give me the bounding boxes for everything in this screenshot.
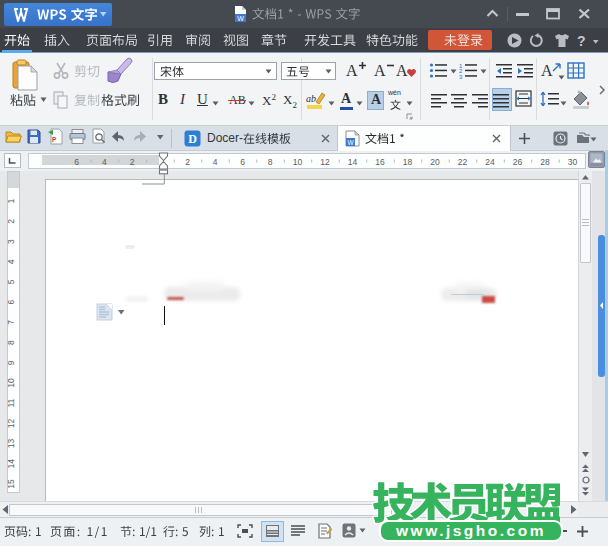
svg-text:P: P <box>52 136 57 143</box>
svg-text:3: 3 <box>459 74 463 80</box>
svg-text:W: W <box>347 139 354 146</box>
svg-text:D: D <box>188 132 197 146</box>
svg-text:ab: ab <box>306 93 316 104</box>
svg-text:W: W <box>237 15 244 22</box>
